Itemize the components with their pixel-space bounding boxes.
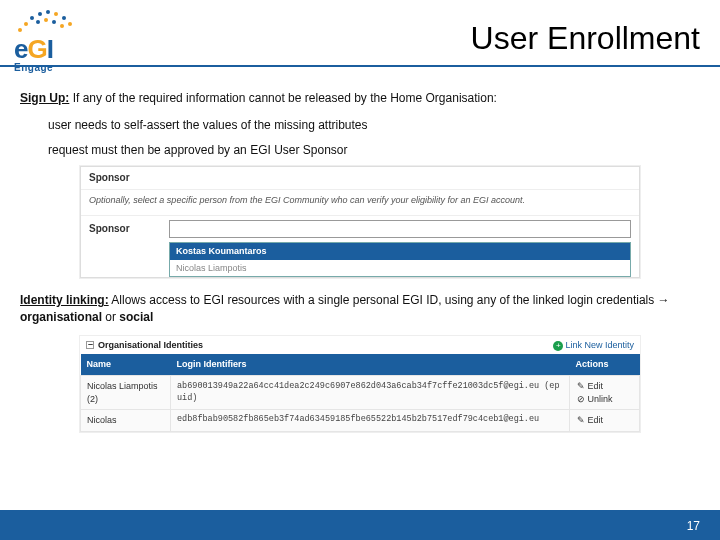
pencil-icon: ✎ xyxy=(576,414,585,427)
cell-name: Nicolas xyxy=(81,410,171,432)
slide-body: Sign Up: If any of the required informat… xyxy=(20,90,700,432)
col-name: Name xyxy=(81,354,171,375)
brand-logo: eGI Engage xyxy=(14,8,76,73)
brand-tagline: Engage xyxy=(14,62,76,73)
signup-label: Sign Up: xyxy=(20,91,69,105)
table-row: Nicolas edb8fbab90582fb865eb3f74ad634591… xyxy=(81,410,640,432)
sponsor-option-selected[interactable]: Kostas Koumantaros xyxy=(170,243,630,260)
identity-label: Identity linking: xyxy=(20,293,109,307)
brand-wordmark: eGI xyxy=(14,34,76,65)
cell-actions: ✎ Edit xyxy=(570,410,640,432)
edit-link[interactable]: ✎ Edit xyxy=(576,380,633,393)
logo-dots-graphic xyxy=(14,8,76,36)
cell-actions: ✎ Edit ⊘ Unlink xyxy=(570,375,640,409)
unlink-link[interactable]: ⊘ Unlink xyxy=(576,393,633,406)
org-identities-screenshot: Organisational Identities +Link New Iden… xyxy=(80,336,640,432)
org-identities-heading: Organisational Identities xyxy=(86,339,203,352)
sponsor-field-label: Sponsor xyxy=(89,222,169,236)
identity-paragraph: Identity linking: Allows access to EGI r… xyxy=(20,292,700,326)
edit-link[interactable]: ✎ Edit xyxy=(576,414,633,427)
signup-intro: If any of the required information canno… xyxy=(69,91,497,105)
brand-letter-e: e xyxy=(14,34,27,64)
identity-organisational: organisational xyxy=(20,310,102,324)
sponsor-option-next[interactable]: Nicolas Liampotis xyxy=(170,260,630,277)
cell-login: ab690013949a22a64cc41dea2c249c6907e862d0… xyxy=(171,375,570,409)
col-actions: Actions xyxy=(570,354,640,375)
identity-text: Allows access to EGI resources with a si… xyxy=(109,293,670,307)
page-number: 17 xyxy=(687,519,700,533)
pencil-icon: ✎ xyxy=(576,380,585,393)
identity-or: or xyxy=(102,310,119,324)
collapse-icon[interactable] xyxy=(86,341,94,349)
sponsor-dropdown[interactable]: Kostas Koumantaros Nicolas Liampotis xyxy=(169,242,631,277)
slide-title: User Enrollment xyxy=(471,20,700,57)
col-login: Login Identifiers xyxy=(171,354,570,375)
cell-name: Nicolas Liampotis (2) xyxy=(81,375,171,409)
sponsor-panel-screenshot: Sponsor Optionally, select a specific pe… xyxy=(80,166,640,278)
link-new-identity-label: Link New Identity xyxy=(565,340,634,350)
signup-bullet-2: request must then be approved by an EGI … xyxy=(48,142,700,159)
org-identities-table: Name Login Identifiers Actions Nicolas L… xyxy=(80,354,640,431)
org-identities-heading-text: Organisational Identities xyxy=(98,340,203,350)
footer-bar xyxy=(0,510,720,540)
brand-letter-i: I xyxy=(47,34,53,64)
signup-paragraph: Sign Up: If any of the required informat… xyxy=(20,90,700,107)
plus-icon: + xyxy=(553,341,563,351)
link-new-identity-button[interactable]: +Link New Identity xyxy=(553,339,634,352)
title-underline xyxy=(0,65,720,67)
identity-social: social xyxy=(119,310,153,324)
brand-letter-g: G xyxy=(27,34,46,64)
cell-login: edb8fbab90582fb865eb3f74ad63459185fbe655… xyxy=(171,410,570,432)
table-row: Nicolas Liampotis (2) ab690013949a22a64c… xyxy=(81,375,640,409)
signup-bullet-1: user needs to self-assert the values of … xyxy=(48,117,700,134)
unlink-icon: ⊘ xyxy=(576,393,585,406)
sponsor-panel-subtext: Optionally, select a specific person fro… xyxy=(81,190,639,215)
sponsor-select[interactable] xyxy=(169,220,631,238)
sponsor-panel-heading: Sponsor xyxy=(81,167,639,190)
